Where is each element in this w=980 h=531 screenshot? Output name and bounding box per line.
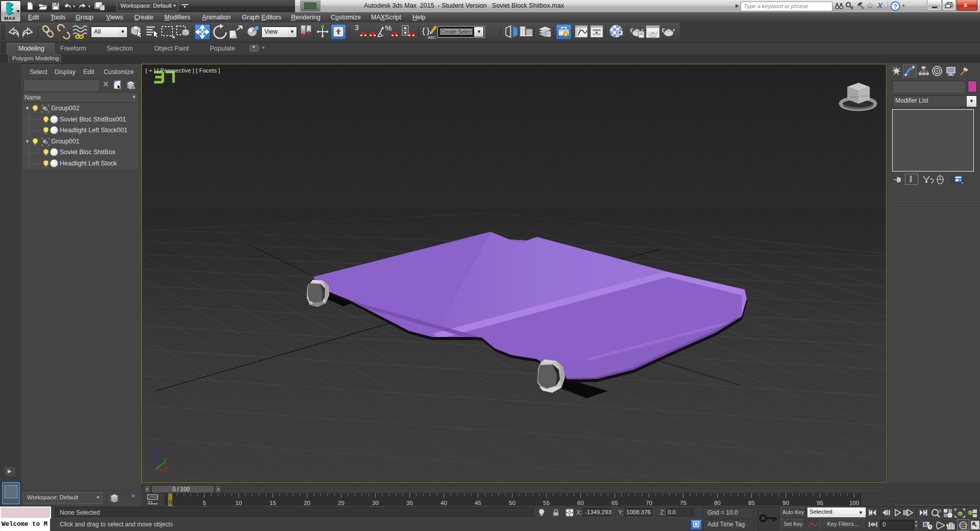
svg-text:95: 95 xyxy=(817,500,823,506)
svg-text:70: 70 xyxy=(646,500,652,506)
svg-text:?: ? xyxy=(894,3,897,10)
svg-text:25: 25 xyxy=(338,500,345,506)
svg-text:{ }: { } xyxy=(422,26,430,36)
svg-text:±: ± xyxy=(939,508,941,513)
svg-text:75: 75 xyxy=(680,500,687,506)
svg-text:50: 50 xyxy=(509,500,516,506)
svg-text:55: 55 xyxy=(543,500,550,506)
svg-text:FRONT: FRONT xyxy=(850,95,859,99)
svg-text:5: 5 xyxy=(203,500,206,506)
svg-text:85: 85 xyxy=(748,500,755,506)
svg-text:35: 35 xyxy=(406,500,413,506)
svg-text:%: % xyxy=(385,23,391,32)
svg-text:MAX: MAX xyxy=(4,15,16,21)
svg-text:60: 60 xyxy=(577,500,584,506)
svg-text:45: 45 xyxy=(475,500,481,506)
svg-text:90: 90 xyxy=(782,500,789,506)
svg-text:z: z xyxy=(154,449,156,454)
svg-text:y: y xyxy=(164,457,166,463)
svg-text:15: 15 xyxy=(270,500,276,506)
svg-text:100: 100 xyxy=(849,500,859,506)
svg-text:80: 80 xyxy=(714,500,721,506)
svg-text:30: 30 xyxy=(372,500,379,506)
svg-text:40: 40 xyxy=(440,500,447,506)
svg-text:x: x xyxy=(164,465,167,471)
svg-text:10: 10 xyxy=(235,500,242,506)
svg-text:RIGHT: RIGHT xyxy=(861,94,869,98)
svg-text:65: 65 xyxy=(611,500,618,506)
svg-text:20: 20 xyxy=(304,500,310,506)
svg-text:3: 3 xyxy=(355,23,359,32)
svg-text:ABC: ABC xyxy=(428,35,436,40)
